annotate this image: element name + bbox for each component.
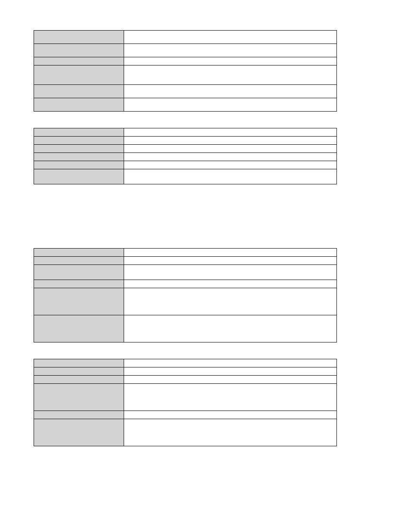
row-label <box>34 315 124 342</box>
row-label <box>34 367 124 376</box>
table-row <box>34 288 337 315</box>
row-label <box>34 359 124 367</box>
row-label <box>34 145 124 153</box>
table-row <box>34 128 337 137</box>
row-label <box>34 257 124 265</box>
row-label <box>34 153 124 161</box>
table-row <box>34 257 337 265</box>
row-value <box>124 265 337 280</box>
row-label <box>34 65 124 85</box>
row-value <box>124 161 337 169</box>
row-value <box>124 85 337 98</box>
row-label <box>34 265 124 280</box>
row-value <box>124 367 337 376</box>
table-row <box>34 57 337 65</box>
row-value <box>124 384 337 411</box>
row-value <box>124 359 337 367</box>
row-label <box>34 419 124 446</box>
row-value <box>124 145 337 153</box>
table-row <box>34 249 337 257</box>
row-value <box>124 169 337 184</box>
row-label <box>34 31 124 44</box>
spec-table-3 <box>34 359 337 446</box>
row-label <box>34 249 124 257</box>
row-value <box>124 411 337 419</box>
table-row <box>34 98 337 112</box>
row-label <box>34 169 124 184</box>
spec-table-2 <box>34 248 337 342</box>
row-value <box>124 315 337 342</box>
table-row <box>34 367 337 376</box>
row-value <box>124 257 337 265</box>
row-value <box>124 31 337 44</box>
row-value <box>124 419 337 446</box>
spec-table-0 <box>34 30 337 112</box>
table-row <box>34 137 337 145</box>
row-value <box>124 288 337 315</box>
table-row <box>34 169 337 184</box>
row-label <box>34 44 124 57</box>
table-row <box>34 315 337 342</box>
document-body <box>34 30 377 446</box>
row-value <box>124 280 337 288</box>
row-label <box>34 280 124 288</box>
row-label <box>34 128 124 137</box>
row-value <box>124 57 337 65</box>
table-row <box>34 31 337 44</box>
row-value <box>124 137 337 145</box>
row-label <box>34 85 124 98</box>
table-row <box>34 376 337 384</box>
row-label <box>34 411 124 419</box>
row-value <box>124 249 337 257</box>
row-value <box>124 376 337 384</box>
row-label <box>34 384 124 411</box>
row-label <box>34 376 124 384</box>
row-value <box>124 128 337 137</box>
table-row <box>34 65 337 85</box>
table-row <box>34 85 337 98</box>
row-value <box>124 98 337 112</box>
row-label <box>34 98 124 112</box>
row-label <box>34 288 124 315</box>
table-row <box>34 265 337 280</box>
table-row <box>34 419 337 446</box>
row-value <box>124 44 337 57</box>
row-label <box>34 161 124 169</box>
table-row <box>34 359 337 367</box>
row-label <box>34 57 124 65</box>
table-row <box>34 44 337 57</box>
row-value <box>124 153 337 161</box>
table-row <box>34 161 337 169</box>
row-label <box>34 137 124 145</box>
row-value <box>124 65 337 85</box>
table-row <box>34 145 337 153</box>
table-row <box>34 280 337 288</box>
table-row <box>34 384 337 411</box>
table-row <box>34 153 337 161</box>
table-row <box>34 411 337 419</box>
spec-table-1 <box>34 128 337 184</box>
